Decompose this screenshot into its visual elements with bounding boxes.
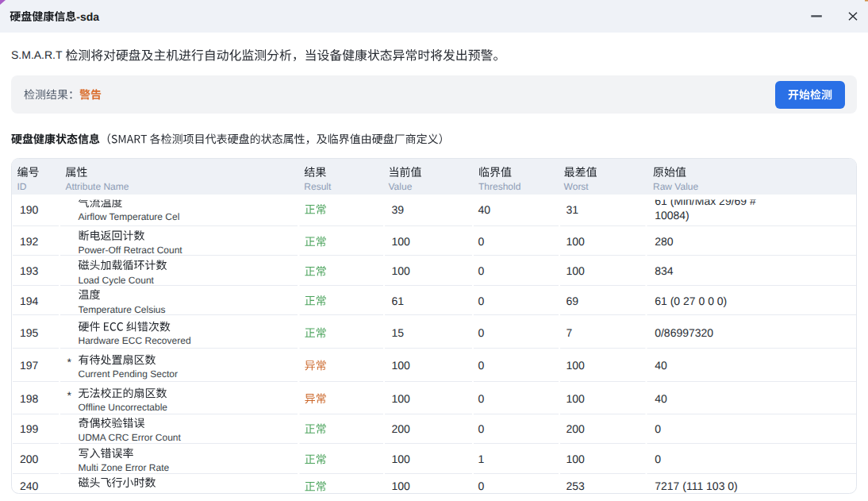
svg-text:192: 192 — [20, 235, 39, 248]
svg-text:0: 0 — [478, 326, 485, 339]
svg-text:S.M.A.R.T: S.M.A.R.T — [11, 48, 63, 61]
svg-text:*: * — [67, 356, 72, 368]
svg-text:100: 100 — [567, 392, 586, 405]
svg-text:195: 195 — [20, 326, 39, 339]
svg-text:100: 100 — [392, 359, 411, 372]
svg-text:100: 100 — [392, 264, 411, 277]
svg-text:200: 200 — [20, 453, 39, 465]
svg-text:1: 1 — [478, 453, 485, 465]
svg-text:100: 100 — [392, 392, 411, 405]
svg-text:ID: ID — [17, 181, 27, 192]
svg-text:15: 15 — [392, 326, 405, 339]
svg-text:Temperature Celsius: Temperature Celsius — [79, 304, 166, 315]
svg-text:0: 0 — [478, 359, 485, 372]
svg-text:199: 199 — [20, 422, 39, 435]
svg-text:100: 100 — [392, 480, 411, 492]
svg-text:0: 0 — [478, 235, 485, 248]
svg-text:0: 0 — [478, 422, 485, 435]
svg-text:Offline Uncorrectable: Offline Uncorrectable — [79, 402, 168, 413]
svg-text:Airflow Temperature Cel: Airflow Temperature Cel — [79, 211, 180, 222]
svg-text:0: 0 — [478, 480, 485, 492]
svg-text:Hardware ECC Recovered: Hardware ECC Recovered — [79, 335, 191, 346]
svg-text:0: 0 — [655, 453, 661, 465]
svg-text:100: 100 — [567, 235, 586, 248]
svg-text:Multi Zone Error Rate: Multi Zone Error Rate — [79, 462, 170, 473]
svg-text:61: 61 — [392, 295, 405, 307]
svg-text:Threshold: Threshold — [478, 181, 520, 192]
svg-text:834: 834 — [655, 264, 674, 277]
svg-text:198: 198 — [20, 392, 39, 405]
svg-text:253: 253 — [567, 480, 586, 492]
svg-text:200: 200 — [567, 422, 586, 435]
svg-text:Value: Value — [389, 181, 413, 192]
svg-text:197: 197 — [20, 359, 39, 372]
svg-text:Worst: Worst — [564, 181, 590, 192]
svg-text:39: 39 — [392, 203, 405, 216]
svg-text:Raw Value: Raw Value — [653, 181, 698, 192]
svg-text:280: 280 — [655, 235, 674, 248]
svg-text:193: 193 — [20, 264, 39, 277]
svg-text:240: 240 — [20, 480, 39, 492]
svg-text:40: 40 — [655, 392, 667, 405]
svg-text:*: * — [67, 389, 72, 402]
svg-text:0: 0 — [478, 295, 485, 307]
svg-text:100: 100 — [392, 235, 411, 248]
svg-text:0: 0 — [478, 264, 485, 277]
svg-text:7217 (111 103 0): 7217 (111 103 0) — [655, 480, 738, 492]
svg-text:0: 0 — [655, 422, 661, 435]
svg-text:0: 0 — [478, 392, 485, 405]
svg-text:190: 190 — [20, 203, 39, 216]
svg-text:Current Pending Sector: Current Pending Sector — [79, 368, 178, 380]
svg-text:10084): 10084) — [655, 209, 689, 222]
svg-text:Load Cycle Count: Load Cycle Count — [79, 275, 155, 286]
svg-text:194: 194 — [20, 295, 39, 307]
svg-text:200: 200 — [392, 422, 411, 435]
svg-text:7: 7 — [567, 326, 573, 339]
svg-text:-sda: -sda — [76, 10, 99, 23]
svg-text:40: 40 — [478, 203, 491, 216]
svg-text:0/86997320: 0/86997320 — [655, 326, 713, 339]
svg-text:100: 100 — [392, 453, 411, 465]
svg-text:69: 69 — [567, 295, 579, 307]
svg-text:31: 31 — [567, 203, 579, 216]
svg-text:Attribute Name: Attribute Name — [65, 181, 129, 192]
svg-text:100: 100 — [567, 453, 586, 465]
svg-text:Power-Off Retract Count: Power-Off Retract Count — [79, 245, 183, 256]
svg-text:UDMA CRC Error Count: UDMA CRC Error Count — [79, 432, 182, 443]
svg-text:100: 100 — [567, 359, 586, 372]
svg-text:40: 40 — [655, 359, 667, 372]
svg-text:100: 100 — [567, 264, 586, 277]
svg-text:61 (0 27 0 0 0): 61 (0 27 0 0 0) — [655, 295, 727, 307]
svg-text:Result: Result — [304, 181, 332, 192]
